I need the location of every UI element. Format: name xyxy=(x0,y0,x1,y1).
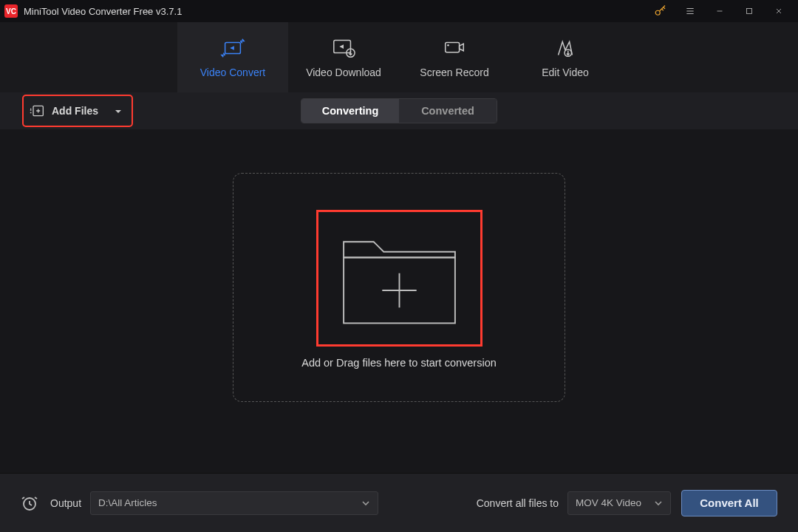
svg-point-0 xyxy=(655,10,660,15)
download-icon xyxy=(331,37,356,59)
app-title: MiniTool Video Converter Free v3.7.1 xyxy=(24,6,182,17)
chevron-down-icon xyxy=(654,499,663,508)
conversion-status-toggle: Converting Converted xyxy=(301,98,497,123)
svg-rect-1 xyxy=(747,9,752,14)
output-format-select[interactable]: MOV 4K Video xyxy=(567,491,671,515)
add-file-icon xyxy=(30,104,44,117)
tab-label: Video Convert xyxy=(200,66,265,78)
add-files-label: Add Files xyxy=(52,105,98,117)
folder-plus-icon xyxy=(335,225,464,332)
tab-edit-video[interactable]: Edit Video xyxy=(510,22,621,92)
add-files-button[interactable]: Add Files xyxy=(22,95,133,127)
output-path-value: D:\All Articles xyxy=(98,497,157,508)
workspace: Add or Drag files here to start conversi… xyxy=(0,129,798,473)
dropzone-icon-highlight xyxy=(316,210,482,347)
svg-point-6 xyxy=(447,44,449,46)
footer: Output D:\All Articles Convert all files… xyxy=(0,473,798,532)
minimize-button[interactable] xyxy=(705,0,734,22)
dropzone-hint: Add or Drag files here to start conversi… xyxy=(301,357,497,369)
titlebar: VC MiniTool Video Converter Free v3.7.1 xyxy=(0,0,798,22)
convert-all-to-label: Convert all files to xyxy=(477,497,559,509)
close-button[interactable] xyxy=(764,0,794,22)
toolbar: Add Files Converting Converted xyxy=(0,92,798,129)
tab-converted[interactable]: Converted xyxy=(399,99,497,123)
chevron-down-icon xyxy=(361,499,370,508)
record-icon xyxy=(442,37,467,59)
app-logo-text: VC xyxy=(6,7,16,16)
edit-icon xyxy=(553,37,578,59)
tab-label: Screen Record xyxy=(420,66,488,78)
svg-rect-5 xyxy=(446,42,460,52)
tab-converting[interactable]: Converting xyxy=(301,99,399,123)
tab-screen-record[interactable]: Screen Record xyxy=(399,22,510,92)
tab-label: Edit Video xyxy=(542,66,589,78)
app-logo: VC xyxy=(4,4,18,18)
output-label: Output xyxy=(50,497,81,509)
clock-icon[interactable] xyxy=(21,494,38,512)
convert-all-button[interactable]: Convert All xyxy=(681,490,777,516)
tab-video-convert[interactable]: Video Convert xyxy=(177,22,288,92)
tab-video-download[interactable]: Video Download xyxy=(288,22,399,92)
key-icon[interactable] xyxy=(646,0,675,22)
hamburger-menu-icon[interactable] xyxy=(675,0,705,22)
tab-label: Video Download xyxy=(306,66,381,78)
chevron-down-icon xyxy=(114,106,123,115)
maximize-button[interactable] xyxy=(734,0,764,22)
output-format-value: MOV 4K Video xyxy=(576,497,641,508)
output-path-select[interactable]: D:\All Articles xyxy=(90,491,378,515)
main-nav: Video Convert Video Download Screen Reco… xyxy=(0,22,798,92)
dropzone[interactable]: Add or Drag files here to start conversi… xyxy=(233,173,565,402)
convert-icon xyxy=(220,37,245,59)
